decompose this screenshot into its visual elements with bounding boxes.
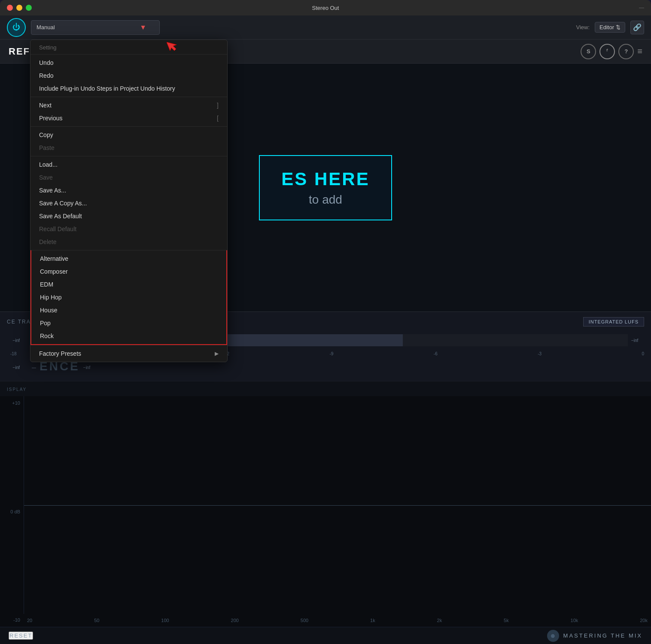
minimize-button[interactable] <box>16 5 22 11</box>
menu-house-label: House <box>40 307 57 314</box>
ref-btn-s[interactable]: S <box>581 44 596 59</box>
menu-copy-label: Copy <box>39 131 53 138</box>
menu-item-next[interactable]: Next ] <box>30 99 227 112</box>
graph-section: +10 0 dB -10 20 50 100 200 500 1k 2k 5k … <box>0 396 651 627</box>
scale-label-6: 0 <box>642 351 644 356</box>
title-bar: Stereo Out — <box>0 0 651 15</box>
menu-section-undo: Undo Redo Include Plug-in Undo Steps in … <box>30 54 227 97</box>
menu-save-default-label: Save As Default <box>39 213 82 220</box>
level-left-bottom: −inf <box>7 365 20 370</box>
menu-save-label: Save <box>39 174 53 181</box>
menu-edm-label: EDM <box>40 281 53 288</box>
ref-menu-icon[interactable]: ≡ <box>637 46 642 56</box>
view-selector[interactable]: Editor ⇅ <box>595 22 625 33</box>
level-left: −inf <box>7 338 20 343</box>
brand-logo-icon: ◎ <box>551 633 555 638</box>
x-label-5k: 5k <box>504 618 509 623</box>
menu-previous-shortcut: [ <box>217 115 219 122</box>
window-controls <box>7 5 32 11</box>
ref-btn-question[interactable]: ? <box>618 44 634 59</box>
x-label-20: 20 <box>27 618 32 623</box>
maximize-button[interactable] <box>26 5 32 11</box>
toolbar: ⏻ Manual ▼ View: Editor ⇅ 🔗 <box>0 15 651 40</box>
menu-next-shortcut: ] <box>217 102 219 109</box>
menu-item-hiphop[interactable]: Hip Hop <box>31 291 226 304</box>
link-button[interactable]: 🔗 <box>630 21 644 34</box>
menu-item-factory-presets[interactable]: Factory Presets ▶ <box>30 347 227 360</box>
menu-paste-label: Paste <box>39 144 55 151</box>
x-label-500: 500 <box>301 618 308 623</box>
menu-item-delete[interactable]: Delete <box>30 235 227 248</box>
close-button[interactable] <box>7 5 13 11</box>
menu-item-rock[interactable]: Rock <box>31 330 226 342</box>
power-button[interactable]: ⏻ <box>7 18 26 37</box>
reset-button[interactable]: RESET <box>9 632 33 640</box>
scale-label-5: -3 <box>538 351 541 356</box>
menu-factory-presets-label: Factory Presets <box>39 350 81 357</box>
menu-item-load[interactable]: Load... <box>30 158 227 171</box>
question-icon: ? <box>624 48 628 55</box>
drop-text-main: ES HERE <box>281 169 369 189</box>
menu-item-save-copy[interactable]: Save A Copy As... <box>30 197 227 210</box>
minimize-label: — <box>639 5 644 11</box>
menu-item-recall-default[interactable]: Recall Default <box>30 223 227 235</box>
preset-dropdown[interactable]: Manual ▼ <box>31 20 160 35</box>
menu-item-redo[interactable]: Redo <box>30 69 227 82</box>
y-label-bottom: -10 <box>0 617 24 623</box>
x-label-200: 200 <box>231 618 239 623</box>
level-left-dash-bottom: — <box>23 365 36 370</box>
menu-item-alternative[interactable]: Alternative <box>31 252 226 265</box>
menu-item-copy[interactable]: Copy <box>30 128 227 141</box>
menu-item-house[interactable]: House <box>31 304 226 317</box>
s-icon: S <box>587 48 590 55</box>
menu-item-pop[interactable]: Pop <box>31 317 226 330</box>
y-label-zero: 0 dB <box>0 509 24 514</box>
menu-item-save-as[interactable]: Save As... <box>30 184 227 197</box>
menu-item-undo[interactable]: Undo <box>30 56 227 69</box>
dropdown-arrow-icon: ▼ <box>140 24 146 31</box>
menu-item-paste[interactable]: Paste <box>30 141 227 154</box>
status-bar: RESET ◎ MASTERING THE MIX <box>0 627 651 644</box>
power-icon: ⏻ <box>12 23 20 32</box>
level-right-bottom: −inf <box>83 365 96 370</box>
graph-x-axis: 20 50 100 200 500 1k 2k 5k 10k 20k <box>24 614 651 627</box>
scale-label-0: -18 <box>10 351 16 356</box>
menu-undo-label: Undo <box>39 59 53 66</box>
menu-previous-label: Previous <box>39 115 62 122</box>
menu-item-save[interactable]: Save <box>30 171 227 184</box>
dropdown-menu: Setting Undo Redo Include Plug-in Undo S… <box>30 40 228 362</box>
brand-name: MASTERING THE MIX <box>563 632 642 639</box>
x-label-2k: 2k <box>437 618 442 623</box>
integrated-lufs-button[interactable]: INTEGRATED LUFS <box>583 317 644 327</box>
menu-recall-default-label: Recall Default <box>39 226 76 232</box>
menu-item-save-default[interactable]: Save As Default <box>30 210 227 223</box>
window-title-right: — <box>639 5 644 11</box>
graph-y-axis: +10 0 dB -10 <box>0 396 24 627</box>
menu-item-include-undo[interactable]: Include Plug-in Undo Steps in Project Un… <box>30 82 227 95</box>
menu-item-previous[interactable]: Previous [ <box>30 112 227 125</box>
menu-save-as-label: Save As... <box>39 187 66 194</box>
menu-item-edm[interactable]: EDM <box>31 278 226 291</box>
plugin-container: ⏻ Manual ▼ View: Editor ⇅ 🔗 REF S <box>0 15 651 644</box>
menu-save-copy-label: Save A Copy As... <box>39 200 87 207</box>
brand-area: ◎ MASTERING THE MIX <box>547 630 642 642</box>
factory-presets-arrow-icon: ▶ <box>215 351 219 357</box>
ref-controls: S ᶠ ? ≡ <box>581 44 642 59</box>
menu-redo-label: Redo <box>39 72 53 79</box>
drop-text-sub: to add <box>281 193 369 207</box>
menu-item-composer[interactable]: Composer <box>31 265 226 278</box>
drop-box: ES HERE to add <box>259 155 392 220</box>
window-title: Stereo Out <box>312 5 339 11</box>
preset-label: Manual <box>37 24 55 31</box>
menu-section-setting: Setting <box>30 40 227 54</box>
scale-label-4: -6 <box>434 351 438 356</box>
menu-delete-label: Delete <box>39 238 56 245</box>
ref-btn-f[interactable]: ᶠ <box>599 44 615 59</box>
display-section: ISPLAY <box>0 381 651 396</box>
menu-alternative-label: Alternative <box>40 255 68 262</box>
x-label-1k: 1k <box>370 618 375 623</box>
menu-section-copy: Copy Paste <box>30 126 227 156</box>
menu-load-label: Load... <box>39 161 58 168</box>
menu-next-label: Next <box>39 102 52 109</box>
menu-include-undo-label: Include Plug-in Undo Steps in Project Un… <box>39 85 175 92</box>
